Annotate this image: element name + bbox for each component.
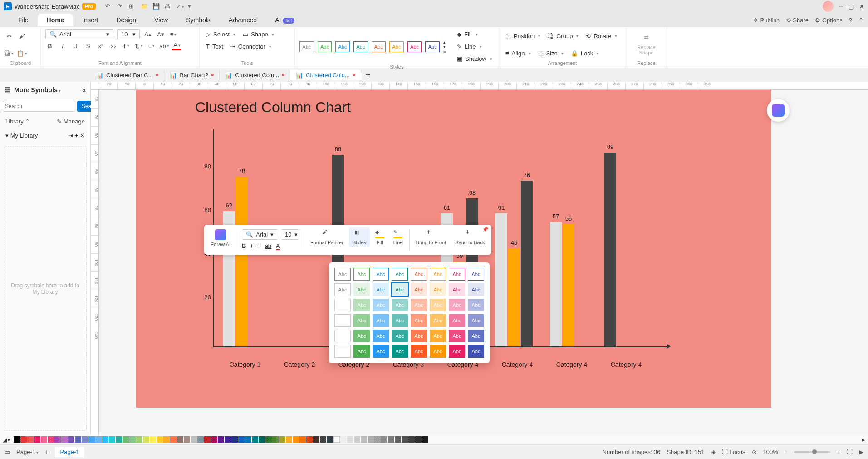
help-icon[interactable]: ?	[849, 17, 852, 24]
zoom-out-icon[interactable]: −	[785, 449, 788, 455]
align-button[interactable]: ≡ Align	[504, 48, 533, 59]
color-swatch[interactable]	[327, 436, 333, 443]
styles-up-icon[interactable]: ▴	[443, 40, 447, 44]
style-preset-cell[interactable]: Abc	[468, 268, 484, 281]
chart-bar[interactable]: 56	[563, 224, 574, 346]
doc-tab[interactable]: 📊Clustered Bar C...	[91, 70, 164, 80]
mini-line[interactable]: ✎Line	[390, 227, 407, 247]
color-swatch[interactable]	[293, 436, 299, 443]
library-label[interactable]: Library ⌃	[5, 118, 30, 125]
color-swatch[interactable]	[231, 436, 238, 443]
color-swatch[interactable]	[286, 436, 292, 443]
style-preset-cell[interactable]: Abc	[334, 283, 351, 296]
style-preset-cell[interactable]: Abc	[449, 299, 465, 311]
menu-advanced[interactable]: Advanced	[220, 14, 266, 26]
my-library-label[interactable]: ▾ My Library	[5, 132, 38, 139]
rotate-button[interactable]: ⟲ Rotate	[584, 31, 618, 41]
print-icon[interactable]: 🖶	[164, 3, 172, 10]
style-preset-cell[interactable]: Abc	[392, 283, 408, 296]
color-swatch[interactable]	[27, 436, 34, 443]
save-icon[interactable]: 💾	[152, 3, 160, 10]
color-swatch[interactable]	[402, 436, 408, 443]
style-preset[interactable]: Abc	[425, 41, 440, 52]
style-preset-cell[interactable]: Abc	[334, 345, 351, 358]
collapse-sidebar-icon[interactable]: «	[82, 86, 86, 94]
style-preset-cell[interactable]: Abc	[430, 345, 446, 358]
color-swatch[interactable]	[54, 436, 61, 443]
color-swatch[interactable]	[129, 436, 136, 443]
style-preset-cell[interactable]: Abc	[373, 330, 389, 342]
paste-icon[interactable]: 📋	[17, 49, 26, 58]
style-preset-cell[interactable]: Abc	[449, 314, 465, 327]
color-swatch[interactable]	[95, 436, 102, 443]
line-button[interactable]: ✎ Line	[455, 41, 494, 52]
lib-close-icon[interactable]: ✕	[80, 132, 85, 139]
fill-button[interactable]: ◆ Fill	[455, 29, 494, 39]
mini-pin-icon[interactable]: 📌	[482, 227, 489, 232]
bullets-icon[interactable]: ≡	[147, 41, 156, 50]
style-preset[interactable]: Abc	[353, 41, 368, 52]
style-preset-cell[interactable]: Abc	[373, 268, 389, 281]
color-swatch[interactable]	[82, 436, 88, 443]
style-preset-cell[interactable]: Abc	[411, 283, 427, 296]
color-swatch[interactable]	[20, 436, 27, 443]
color-swatch[interactable]	[361, 436, 367, 443]
focus-button[interactable]: ⛶ Focus	[722, 449, 745, 455]
font-color-icon[interactable]: A	[172, 41, 181, 50]
copy-icon[interactable]: ⿻	[5, 49, 14, 58]
style-preset-cell[interactable]: Abc	[392, 268, 408, 281]
color-swatch[interactable]	[279, 436, 285, 443]
style-preset-cell[interactable]: Abc	[334, 314, 351, 327]
layers-icon[interactable]: ◈	[711, 449, 716, 455]
color-swatch[interactable]	[388, 436, 394, 443]
color-swatch[interactable]	[259, 436, 265, 443]
undo-icon[interactable]: ↶	[105, 3, 113, 10]
style-preset-cell[interactable]: Abc	[468, 314, 484, 327]
style-preset-cell[interactable]: Abc	[411, 330, 427, 342]
color-swatch[interactable]	[143, 436, 149, 443]
style-preset-cell[interactable]: Abc	[373, 345, 389, 358]
color-swatch[interactable]	[136, 436, 142, 443]
ai-fab-icon[interactable]	[767, 99, 790, 122]
style-preset-cell[interactable]: Abc	[449, 330, 465, 342]
chart-bar[interactable]: 45	[508, 248, 520, 346]
color-swatch[interactable]	[395, 436, 401, 443]
connector-button[interactable]: ⤳ Connector	[229, 41, 273, 52]
fit-icon[interactable]: ⊙	[752, 449, 757, 455]
replace-shape-icon[interactable]: ⇄	[644, 34, 649, 41]
color-swatch[interactable]	[204, 436, 211, 443]
color-swatch[interactable]	[368, 436, 374, 443]
mini-size-combo[interactable]: 10 ▾	[281, 229, 299, 240]
color-swatch[interactable]	[422, 436, 428, 443]
doc-tab[interactable]: 📊Clustered Colu...	[290, 70, 361, 80]
mini-bring-front[interactable]: ⬆Bring to Front	[412, 227, 450, 247]
color-swatch[interactable]	[408, 436, 415, 443]
publish-button[interactable]: ✈ Publish	[754, 17, 780, 24]
select-button[interactable]: ▷ Select	[204, 29, 237, 39]
color-swatch[interactable]	[61, 436, 68, 443]
menu-insert[interactable]: Insert	[73, 14, 107, 26]
mini-highlight-icon[interactable]: ab	[265, 242, 271, 250]
color-swatch[interactable]	[163, 436, 170, 443]
fill-tool-icon[interactable]: ◢▾	[3, 436, 10, 443]
qat-more-icon[interactable]: ▾	[188, 3, 195, 10]
style-preset-cell[interactable]: Abc	[353, 283, 370, 296]
search-input[interactable]	[3, 101, 75, 112]
group-button[interactable]: ⿻ Group	[546, 31, 580, 41]
color-swatch[interactable]	[109, 436, 115, 443]
style-preset-cell[interactable]: Abc	[468, 283, 484, 296]
color-swatch[interactable]	[354, 436, 360, 443]
add-tab-button[interactable]: +	[361, 70, 375, 80]
style-preset[interactable]: Abc	[389, 41, 404, 52]
color-swatch[interactable]	[88, 436, 95, 443]
mini-styles[interactable]: ◧Styles	[349, 227, 370, 247]
style-preset[interactable]: Abc	[299, 41, 314, 52]
redo-icon[interactable]: ↷	[117, 3, 124, 10]
color-swatch[interactable]	[218, 436, 224, 443]
font-family-combo[interactable]: 🔍 Arial▾	[45, 29, 113, 39]
format-painter-icon[interactable]: 🖌	[17, 31, 26, 40]
color-swatch[interactable]	[272, 436, 279, 443]
style-preset-cell[interactable]: Abc	[449, 268, 465, 281]
style-preset-cell[interactable]: Abc	[411, 314, 427, 327]
open-icon[interactable]: 📁	[141, 3, 148, 10]
